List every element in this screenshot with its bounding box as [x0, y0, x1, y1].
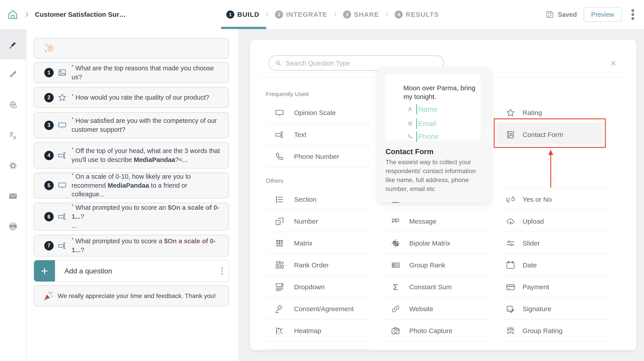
sidebar-item-print[interactable]	[0, 211, 26, 242]
preview-field-email: Email	[407, 118, 436, 129]
question-type-label: Website	[409, 305, 433, 313]
sidebar-item-theme[interactable]	[0, 59, 26, 90]
search-icon	[274, 59, 282, 67]
question-type-label: Consent/Agreement	[294, 305, 354, 313]
question-card-7[interactable]: 7*What prompted you to score a $On a sca…	[34, 235, 229, 257]
number-icon	[274, 216, 285, 227]
question-type-bipolar-matrix[interactable]: Bipolar Matrix	[382, 233, 490, 254]
pencil-icon	[8, 39, 18, 49]
chevron-right-icon	[333, 12, 338, 17]
question-card-5[interactable]: 5*On a scale of 0-10, how likely are you…	[34, 172, 229, 198]
question-type-phone-number[interactable]: Phone Number	[266, 146, 371, 167]
required-asterisk: *	[72, 116, 74, 122]
sidebar-item-globe[interactable]	[0, 90, 26, 120]
question-card-1[interactable]: 1*What are the top reasons that made you…	[34, 62, 229, 83]
question-type-date[interactable]: Date	[500, 255, 608, 276]
question-number-badge: 5	[44, 181, 54, 190]
survey-title: Customer Satisfaction Sur…	[35, 11, 126, 18]
question-type-yes-or-no[interactable]: Yes or No	[500, 189, 608, 210]
question-type-rank-order[interactable]: Rank Order	[266, 255, 371, 276]
question-number-badge: 1	[44, 68, 54, 77]
welcome-card[interactable]	[34, 38, 229, 59]
question-type-label: Bipolar Matrix	[409, 240, 450, 247]
question-card-6[interactable]: 6*What prompted you to score an $On a sc…	[34, 203, 229, 231]
home-icon[interactable]	[6, 8, 19, 21]
question-type-group-rating[interactable]: Group Rating	[500, 321, 608, 341]
phone-icon	[407, 133, 413, 140]
add-question-menu-icon[interactable]	[220, 267, 224, 275]
preview-button[interactable]: Preview	[584, 7, 622, 22]
signature-icon	[505, 304, 516, 314]
question-type-slider[interactable]: Slider	[500, 233, 608, 254]
question-type-section[interactable]: Section	[266, 189, 371, 210]
chevron-right-icon	[265, 12, 270, 17]
translate-icon	[8, 130, 18, 140]
thank-you-card[interactable]: We really appreciate your time and feedb…	[34, 285, 229, 307]
required-asterisk: *	[72, 93, 74, 99]
phone-icon	[274, 151, 285, 162]
close-icon[interactable]	[610, 59, 617, 67]
question-type-payment[interactable]: Payment	[500, 277, 608, 297]
required-asterisk: *	[72, 237, 74, 243]
grouprank-icon	[390, 260, 401, 270]
mail-icon	[8, 191, 18, 201]
save-status: Saved	[545, 9, 577, 19]
question-type-group-rank[interactable]: Group Rank	[382, 255, 490, 276]
step-label: INTEGRATE	[286, 11, 327, 18]
add-question-card[interactable]: + Add a question	[34, 260, 229, 282]
question-number-badge: 4	[44, 151, 54, 160]
add-question-button[interactable]: +	[34, 260, 55, 282]
star-icon	[505, 108, 516, 118]
divider	[266, 123, 371, 123]
question-card-2[interactable]: 2*How would you rate the quality of our …	[34, 87, 229, 108]
question-text: *What are the top reasons that made you …	[72, 64, 220, 81]
gear-icon	[8, 161, 18, 171]
question-card-3[interactable]: 3*How satisfied are you with the compete…	[34, 112, 229, 138]
divider	[500, 254, 608, 254]
question-type-number[interactable]: Number	[266, 211, 371, 232]
sidebar-item-translate[interactable]	[0, 120, 26, 151]
contact-form-preview-popover: Moon over Parma, bring my tonight. NameE…	[379, 67, 490, 202]
sigma-icon	[390, 282, 401, 292]
step-label: BUILD	[237, 11, 260, 18]
question-type-website[interactable]: Website	[382, 299, 490, 319]
step-number: 4	[395, 10, 403, 18]
text-icon	[274, 130, 285, 140]
sidebar-item-settings[interactable]	[0, 151, 26, 181]
question-type-photo-capture[interactable]: Photo Capture	[382, 321, 490, 341]
divider	[500, 341, 608, 342]
matrix-icon	[274, 238, 285, 248]
active-step-underline	[221, 27, 266, 29]
opinion-icon	[274, 108, 285, 118]
question-type-dropdown[interactable]: Dropdown	[266, 277, 371, 297]
step-integrate[interactable]: 2INTEGRATE	[275, 10, 327, 18]
step-results[interactable]: 4RESULTS	[395, 10, 439, 18]
at-icon	[407, 120, 413, 127]
more-options-icon[interactable]	[628, 9, 637, 20]
question-type-consent-agreement[interactable]: Consent/Agreement	[266, 299, 371, 319]
question-type-matrix[interactable]: Matrix	[266, 233, 371, 254]
question-type-constant-sum[interactable]: Constant Sum	[382, 277, 490, 297]
question-type-message[interactable]: Message	[382, 211, 490, 232]
question-type-text[interactable]: Text	[266, 124, 371, 145]
question-type-upload[interactable]: Upload	[500, 211, 608, 232]
step-build[interactable]: 1BUILD	[226, 10, 260, 18]
required-asterisk: *	[72, 64, 74, 70]
section-icon	[274, 194, 285, 205]
sidebar-item-edit[interactable]	[0, 29, 26, 59]
question-type-label: Photo Capture	[409, 327, 452, 335]
sidebar-item-email[interactable]	[0, 181, 26, 211]
waving-hand-icon	[44, 43, 55, 54]
divider	[500, 210, 608, 210]
question-type-opinion-scale[interactable]: Opinion Scale	[266, 102, 371, 123]
divider	[500, 188, 608, 189]
chevron-right-icon	[24, 11, 30, 17]
question-type-signature[interactable]: Signature	[500, 299, 608, 319]
preview-question-text: Moon over Parma, bring my tonight.	[404, 83, 481, 101]
step-label: SHARE	[354, 11, 379, 18]
question-type-label: Heatmap	[294, 327, 321, 335]
step-share[interactable]: 3SHARE	[343, 10, 379, 18]
question-type-heatmap[interactable]: Heatmap	[266, 321, 371, 341]
date-icon	[505, 260, 516, 270]
question-card-4[interactable]: 4*Off the top of your head, what are the…	[34, 142, 229, 168]
